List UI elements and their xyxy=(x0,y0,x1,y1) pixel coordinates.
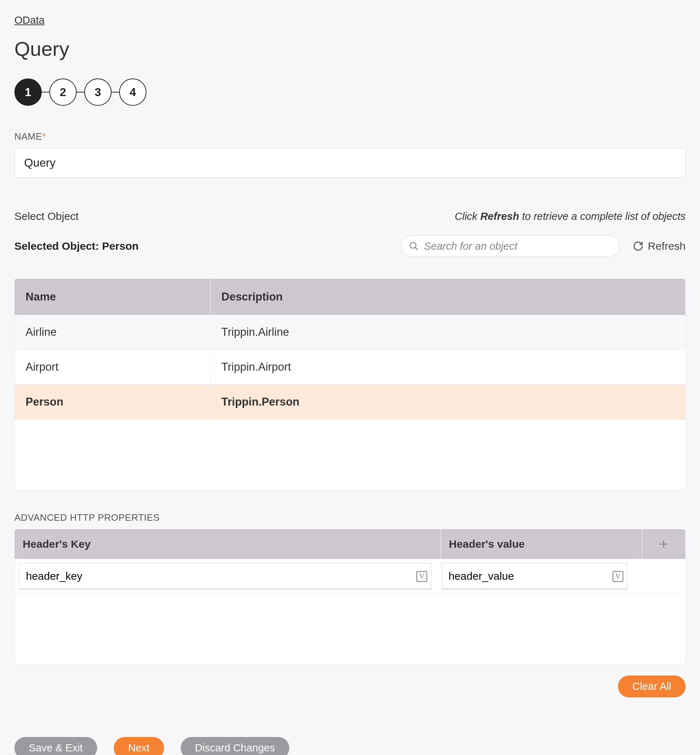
headers-filler xyxy=(15,594,685,664)
search-box[interactable] xyxy=(401,235,620,257)
discard-button[interactable]: Discard Changes xyxy=(181,737,289,755)
cell-description: Trippin.Person xyxy=(211,385,685,419)
selected-value: Person xyxy=(102,240,139,252)
col-header-key: Header's Key xyxy=(15,529,441,559)
hint-prefix: Click xyxy=(455,211,480,222)
step-2[interactable]: 2 xyxy=(49,78,77,106)
objects-table-body: Airline Trippin.Airline Airport Trippin.… xyxy=(15,315,685,490)
step-connector xyxy=(42,92,49,92)
objects-table: Name Description Airline Trippin.Airline… xyxy=(14,278,686,491)
breadcrumb-odata[interactable]: OData xyxy=(14,14,45,26)
headers-table-header: Header's Key Header's value xyxy=(15,529,685,559)
cell-description: Trippin.Airport xyxy=(211,350,685,385)
name-label: NAME* xyxy=(14,131,686,142)
variable-picker-icon[interactable]: V xyxy=(612,571,623,582)
table-filler xyxy=(15,420,685,490)
selected-object-label: Selected Object: Person xyxy=(14,240,139,252)
variable-picker-icon[interactable]: V xyxy=(416,571,427,582)
step-connector xyxy=(112,92,119,92)
advanced-http-label: ADVANCED HTTP PROPERTIES xyxy=(14,512,686,523)
clear-all-button[interactable]: Clear All xyxy=(618,675,686,697)
table-row[interactable]: Person Trippin.Person xyxy=(15,385,685,420)
col-header-description: Description xyxy=(211,279,685,315)
required-asterisk: * xyxy=(42,131,46,142)
save-exit-button[interactable]: Save & Exit xyxy=(14,737,97,755)
select-object-label: Select Object xyxy=(14,210,78,222)
name-label-text: NAME xyxy=(14,131,42,142)
cell-name: Person xyxy=(15,385,211,419)
step-1[interactable]: 1 xyxy=(14,78,42,106)
col-header-value: Header's value xyxy=(441,529,642,559)
plus-icon xyxy=(658,539,669,550)
hint-suffix: to retrieve a complete list of objects xyxy=(519,211,686,222)
step-3[interactable]: 3 xyxy=(84,78,112,106)
page-title: Query xyxy=(14,37,686,61)
header-key-input[interactable] xyxy=(19,563,431,589)
search-icon xyxy=(409,241,419,251)
add-header-button[interactable] xyxy=(642,529,685,559)
refresh-icon xyxy=(633,241,644,252)
cell-name: Airport xyxy=(15,350,211,385)
headers-row: V V xyxy=(15,559,685,594)
col-header-name: Name xyxy=(15,279,211,315)
header-value-input[interactable] xyxy=(442,563,628,589)
refresh-label: Refresh xyxy=(648,240,686,252)
step-4[interactable]: 4 xyxy=(119,78,147,106)
svg-point-0 xyxy=(410,242,416,248)
table-row[interactable]: Airline Trippin.Airline xyxy=(15,315,685,350)
cell-description: Trippin.Airline xyxy=(211,315,685,349)
table-row[interactable]: Airport Trippin.Airport xyxy=(15,350,685,385)
stepper: 1 2 3 4 xyxy=(14,78,686,106)
headers-spacer xyxy=(638,563,681,589)
headers-table: Header's Key Header's value V V xyxy=(14,529,686,665)
refresh-button[interactable]: Refresh xyxy=(633,240,686,252)
selected-prefix: Selected Object: xyxy=(14,240,102,252)
next-button[interactable]: Next xyxy=(114,737,164,755)
refresh-hint: Click Refresh to retrieve a complete lis… xyxy=(455,211,686,222)
step-connector xyxy=(77,92,84,92)
search-input[interactable] xyxy=(424,241,609,252)
cell-name: Airline xyxy=(15,315,211,349)
svg-line-1 xyxy=(415,248,417,250)
hint-bold: Refresh xyxy=(480,211,519,222)
name-input[interactable] xyxy=(14,148,686,178)
objects-table-header: Name Description xyxy=(15,279,685,315)
